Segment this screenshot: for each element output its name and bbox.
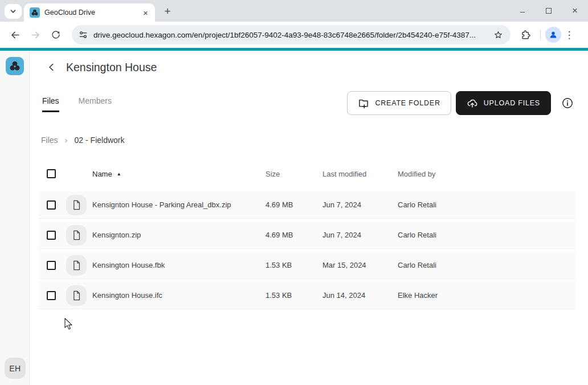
main-content: Kensington House Files Members CREATE FO…: [30, 51, 588, 385]
app-sidebar: EH: [0, 51, 30, 385]
window-minimize-button[interactable]: –: [509, 0, 536, 22]
back-button[interactable]: [44, 60, 59, 75]
reload-icon: [51, 30, 61, 40]
breadcrumb: Files › 02 - Fieldwork: [41, 135, 588, 145]
tab-files[interactable]: Files: [42, 96, 59, 112]
chevron-left-icon: [47, 63, 56, 72]
header-actions: CREATE FOLDER UPLOAD FILES: [347, 91, 574, 115]
file-modified-by: Carlo Retali: [398, 200, 575, 209]
file-size: 1.53 KB: [266, 261, 322, 269]
profile-avatar-icon: [548, 30, 558, 40]
sort-asc-icon: ▲: [117, 171, 121, 177]
geocloud-favicon-icon: [30, 7, 40, 18]
reload-button[interactable]: [47, 26, 65, 44]
browser-menu-button[interactable]: ⋮: [561, 27, 577, 43]
tab-search-button[interactable]: [5, 4, 22, 19]
user-avatar[interactable]: EH: [5, 358, 26, 379]
window-close-button[interactable]: ×: [562, 0, 588, 22]
bookmark-star-icon[interactable]: [493, 30, 504, 40]
file-size: 4.69 MB: [266, 231, 322, 239]
file-icon: [66, 225, 87, 245]
file-modified-by: Elke Hacker: [398, 291, 575, 300]
arrow-back-icon: [10, 30, 21, 40]
file-last-modified: Jun 7, 2024: [322, 200, 398, 209]
url-text: drive.geocloud.hexagon.com/en/project/1b…: [93, 31, 493, 39]
address-bar[interactable]: drive.geocloud.hexagon.com/en/project/1b…: [72, 25, 511, 44]
forward-nav-button[interactable]: [26, 26, 44, 44]
info-button[interactable]: [561, 96, 574, 110]
file-icon: [66, 255, 87, 276]
window-controls: – ×: [509, 0, 588, 22]
file-name: Kensignton House - Parking Areal_dbx.zip: [92, 200, 266, 209]
back-nav-button[interactable]: [6, 26, 24, 44]
geocloud-logo[interactable]: [6, 57, 24, 75]
info-icon: [561, 97, 574, 109]
page-header: Kensington House: [41, 59, 588, 76]
create-folder-label: CREATE FOLDER: [375, 99, 440, 107]
column-header-name[interactable]: Name ▲: [92, 170, 266, 178]
profile-button[interactable]: [545, 27, 561, 43]
table-row[interactable]: Kensington House.ifc 1.53 KB Jun 14, 202…: [39, 282, 575, 309]
row-checkbox[interactable]: [47, 231, 56, 240]
column-header-size[interactable]: Size: [266, 170, 322, 178]
column-header-last-modified[interactable]: Last modified: [322, 170, 398, 178]
file-last-modified: Jun 14, 2024: [322, 291, 398, 300]
row-checkbox[interactable]: [47, 291, 56, 300]
create-folder-button[interactable]: CREATE FOLDER: [347, 91, 451, 115]
file-icon: [66, 195, 87, 215]
tab-close-icon[interactable]: ×: [141, 8, 150, 18]
breadcrumb-separator-icon: ›: [65, 135, 68, 145]
breadcrumb-current: 02 - Fieldwork: [75, 136, 125, 145]
table-body: Kensignton House - Parking Areal_dbx.zip…: [39, 191, 575, 309]
table-header: Name ▲ Size Last modified Modified by: [39, 165, 575, 182]
browser-toolbar: drive.geocloud.hexagon.com/en/project/1b…: [0, 22, 588, 48]
file-name: Kensignton.zip: [92, 231, 266, 239]
browser-tab[interactable]: GeoCloud Drive ×: [24, 3, 155, 22]
file-size: 4.69 MB: [266, 200, 322, 209]
browser-titlebar: GeoCloud Drive × + – ×: [0, 0, 588, 22]
extensions-button[interactable]: [516, 26, 534, 44]
tab-files-label: Files: [42, 96, 59, 105]
row-checkbox[interactable]: [47, 200, 56, 210]
upload-files-label: UPLOAD FILES: [484, 99, 540, 107]
tab-title: GeoCloud Drive: [44, 9, 141, 17]
tab-members[interactable]: Members: [79, 96, 112, 112]
arrow-forward-icon: [30, 30, 41, 40]
file-modified-by: Carlo Retali: [398, 261, 575, 269]
window-maximize-button[interactable]: [536, 0, 562, 22]
browser-window: GeoCloud Drive × + – × drive.geocloud.he…: [0, 0, 588, 385]
file-table: Name ▲ Size Last modified Modified by Ke…: [39, 165, 575, 309]
file-last-modified: Mar 15, 2024: [322, 261, 398, 269]
row-checkbox[interactable]: [47, 261, 56, 270]
toolbar-divider: [540, 30, 541, 40]
table-row[interactable]: Kensington House.fbk 1.53 KB Mar 15, 202…: [39, 252, 575, 279]
cloud-upload-icon: [467, 97, 478, 109]
file-name: Kensington House.ifc: [92, 291, 266, 300]
file-name: Kensington House.fbk: [92, 261, 266, 269]
select-all-checkbox[interactable]: [47, 169, 56, 178]
site-settings-icon: [79, 30, 88, 39]
toolbar-right: ⋮: [515, 26, 577, 44]
breadcrumb-files[interactable]: Files: [41, 136, 58, 145]
table-row[interactable]: Kensignton.zip 4.69 MB Jun 7, 2024 Carlo…: [39, 222, 575, 249]
trefoil-logo-icon: [9, 60, 21, 72]
chevron-down-icon: [10, 8, 17, 15]
upload-files-button[interactable]: UPLOAD FILES: [456, 91, 551, 115]
file-modified-by: Carlo Retali: [398, 231, 575, 239]
folder-plus-icon: [358, 97, 369, 109]
page-title: Kensington House: [66, 61, 157, 74]
file-last-modified: Jun 7, 2024: [322, 231, 398, 239]
new-tab-button[interactable]: +: [161, 5, 174, 18]
file-icon: [66, 285, 87, 306]
table-row[interactable]: Kensignton House - Parking Areal_dbx.zip…: [39, 191, 575, 219]
column-header-modified-by[interactable]: Modified by: [398, 170, 575, 178]
puzzle-icon: [520, 30, 531, 40]
maximize-icon: [546, 8, 552, 14]
geocloud-app: EH Kensington House Files Members CREATE…: [0, 51, 588, 385]
file-size: 1.53 KB: [266, 291, 322, 300]
tab-members-label: Members: [79, 96, 112, 105]
